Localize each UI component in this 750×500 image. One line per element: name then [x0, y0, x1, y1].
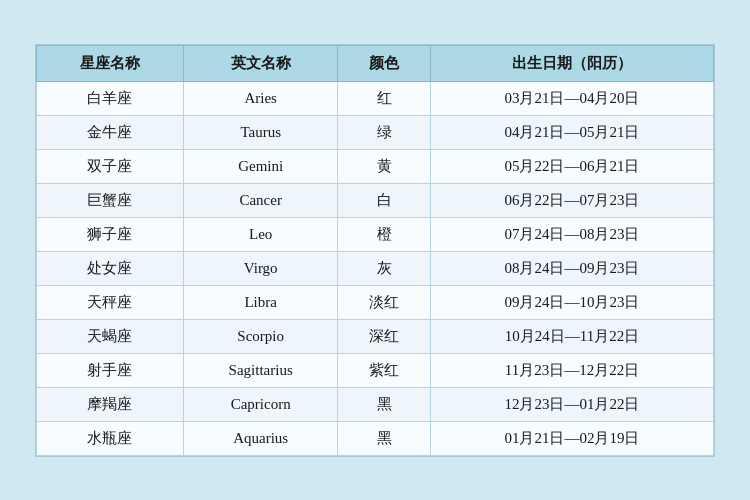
cell-chinese: 巨蟹座	[37, 183, 184, 217]
cell-dates: 09月24日—10月23日	[430, 285, 713, 319]
cell-color: 绿	[338, 115, 431, 149]
table-row: 巨蟹座Cancer白06月22日—07月23日	[37, 183, 714, 217]
cell-english: Leo	[183, 217, 338, 251]
cell-english: Sagittarius	[183, 353, 338, 387]
cell-chinese: 处女座	[37, 251, 184, 285]
cell-dates: 04月21日—05月21日	[430, 115, 713, 149]
zodiac-table: 星座名称 英文名称 颜色 出生日期（阳历） 白羊座Aries红03月21日—04…	[36, 45, 714, 456]
cell-chinese: 金牛座	[37, 115, 184, 149]
cell-color: 黄	[338, 149, 431, 183]
cell-chinese: 射手座	[37, 353, 184, 387]
cell-dates: 06月22日—07月23日	[430, 183, 713, 217]
table-row: 天蝎座Scorpio深红10月24日—11月22日	[37, 319, 714, 353]
col-header-english: 英文名称	[183, 45, 338, 81]
cell-english: Libra	[183, 285, 338, 319]
col-header-chinese: 星座名称	[37, 45, 184, 81]
cell-english: Scorpio	[183, 319, 338, 353]
cell-color: 橙	[338, 217, 431, 251]
cell-color: 黑	[338, 421, 431, 455]
cell-color: 黑	[338, 387, 431, 421]
cell-dates: 08月24日—09月23日	[430, 251, 713, 285]
cell-chinese: 白羊座	[37, 81, 184, 115]
cell-color: 白	[338, 183, 431, 217]
table-row: 双子座Gemini黄05月22日—06月21日	[37, 149, 714, 183]
cell-color: 淡红	[338, 285, 431, 319]
table-row: 水瓶座Aquarius黑01月21日—02月19日	[37, 421, 714, 455]
cell-dates: 07月24日—08月23日	[430, 217, 713, 251]
zodiac-table-container: 星座名称 英文名称 颜色 出生日期（阳历） 白羊座Aries红03月21日—04…	[35, 44, 715, 457]
cell-english: Gemini	[183, 149, 338, 183]
cell-color: 深红	[338, 319, 431, 353]
cell-dates: 05月22日—06月21日	[430, 149, 713, 183]
cell-english: Aries	[183, 81, 338, 115]
cell-color: 紫红	[338, 353, 431, 387]
cell-dates: 11月23日—12月22日	[430, 353, 713, 387]
cell-english: Taurus	[183, 115, 338, 149]
cell-english: Cancer	[183, 183, 338, 217]
cell-english: Capricorn	[183, 387, 338, 421]
col-header-dates: 出生日期（阳历）	[430, 45, 713, 81]
cell-chinese: 水瓶座	[37, 421, 184, 455]
cell-dates: 10月24日—11月22日	[430, 319, 713, 353]
cell-dates: 03月21日—04月20日	[430, 81, 713, 115]
cell-color: 红	[338, 81, 431, 115]
table-body: 白羊座Aries红03月21日—04月20日金牛座Taurus绿04月21日—0…	[37, 81, 714, 455]
cell-chinese: 双子座	[37, 149, 184, 183]
table-row: 金牛座Taurus绿04月21日—05月21日	[37, 115, 714, 149]
table-row: 处女座Virgo灰08月24日—09月23日	[37, 251, 714, 285]
table-row: 摩羯座Capricorn黑12月23日—01月22日	[37, 387, 714, 421]
cell-color: 灰	[338, 251, 431, 285]
cell-chinese: 天蝎座	[37, 319, 184, 353]
cell-dates: 12月23日—01月22日	[430, 387, 713, 421]
cell-dates: 01月21日—02月19日	[430, 421, 713, 455]
table-row: 狮子座Leo橙07月24日—08月23日	[37, 217, 714, 251]
col-header-color: 颜色	[338, 45, 431, 81]
cell-chinese: 摩羯座	[37, 387, 184, 421]
cell-chinese: 天秤座	[37, 285, 184, 319]
table-header-row: 星座名称 英文名称 颜色 出生日期（阳历）	[37, 45, 714, 81]
table-row: 白羊座Aries红03月21日—04月20日	[37, 81, 714, 115]
table-row: 射手座Sagittarius紫红11月23日—12月22日	[37, 353, 714, 387]
table-row: 天秤座Libra淡红09月24日—10月23日	[37, 285, 714, 319]
cell-chinese: 狮子座	[37, 217, 184, 251]
cell-english: Aquarius	[183, 421, 338, 455]
cell-english: Virgo	[183, 251, 338, 285]
